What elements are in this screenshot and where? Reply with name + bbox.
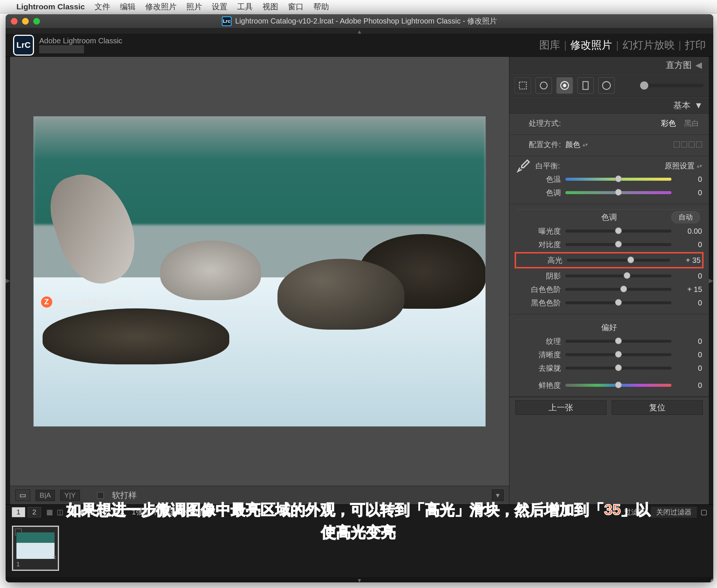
tint-value[interactable]: 0 (676, 189, 702, 197)
top-panel-collapse[interactable]: ▲ (6, 28, 713, 34)
monitor-1-button[interactable]: 1 (12, 507, 25, 517)
blacks-label: 黑色色阶 (516, 298, 561, 308)
auto-tone-button[interactable]: 自动 (671, 211, 700, 223)
menu-develop[interactable]: 修改照片 (145, 1, 177, 12)
dehaze-slider[interactable] (565, 367, 671, 370)
highlights-value[interactable]: + 35 (674, 256, 701, 265)
filter-bar: 1 2 ▦ ◫ ◀ ▶ 上一次导入 1张照片/ 选定 1张 / 1.jpg ▾ … (6, 504, 713, 519)
exposure-value[interactable]: 0.00 (676, 227, 702, 236)
clarity-value[interactable]: 0 (676, 351, 702, 359)
window-close-button[interactable] (11, 18, 18, 25)
gradient-tool-icon[interactable] (577, 77, 594, 94)
blacks-slider[interactable] (565, 301, 671, 304)
tool-size-slider[interactable] (640, 84, 704, 87)
filter-lock-icon[interactable]: ▢ (701, 508, 707, 516)
path-source[interactable]: 上一次导入 (90, 508, 126, 516)
spot-tool-icon[interactable] (536, 77, 552, 94)
window-maximize-button[interactable] (33, 18, 40, 25)
module-develop[interactable]: 修改照片 (570, 38, 612, 52)
profile-grid-icon[interactable] (674, 141, 702, 147)
thumb-index: 1 (16, 561, 20, 568)
module-library[interactable]: 图库 (539, 38, 560, 52)
window-resize-handle[interactable] (706, 575, 713, 582)
monitor-2-button[interactable]: 2 (28, 507, 41, 517)
photo-preview[interactable]: Zwww.MacZ.com (34, 116, 485, 426)
treatment-color[interactable]: 彩色 (658, 118, 679, 128)
tint-label: 色调 (516, 188, 561, 198)
right-panel-expand[interactable]: ▶ (709, 57, 713, 504)
tint-slider[interactable] (565, 191, 671, 194)
filmstrip[interactable]: ± 1 (6, 519, 713, 577)
nav-back-icon[interactable]: ◀ (69, 508, 74, 516)
toolbar-dropdown[interactable]: ▾ (492, 489, 504, 501)
wb-dropdown[interactable]: 原照设置▴▾ (665, 161, 702, 171)
menu-settings[interactable]: 设置 (212, 1, 227, 12)
canvas[interactable]: Zwww.MacZ.com (10, 57, 509, 486)
menu-view[interactable]: 视图 (263, 1, 278, 12)
temp-value[interactable]: 0 (676, 175, 702, 184)
filter-dropdown[interactable]: 关闭过滤器 (651, 507, 697, 518)
thumbnail-1[interactable]: ± 1 (13, 527, 58, 570)
svg-point-5 (603, 82, 611, 90)
profile-dropdown[interactable]: 颜色▴▾ (565, 140, 588, 150)
menu-tools[interactable]: 工具 (237, 1, 253, 12)
compare-icon[interactable]: ◫ (57, 508, 63, 516)
menu-help[interactable]: 帮助 (313, 1, 329, 12)
texture-label: 纹理 (516, 336, 561, 346)
basic-panel-header[interactable]: 基本▼ (509, 97, 709, 113)
prev-photo-button[interactable]: 上一张 (515, 400, 606, 415)
menu-photo[interactable]: 照片 (186, 1, 202, 12)
texture-slider[interactable] (565, 340, 671, 343)
menu-edit[interactable]: 编辑 (120, 1, 136, 12)
texture-value[interactable]: 0 (676, 337, 702, 346)
tone-header: 色调 (601, 212, 617, 223)
compare-yy-button[interactable]: Y|Y (60, 490, 80, 501)
contrast-slider[interactable] (565, 243, 671, 246)
radial-tool-icon[interactable] (598, 77, 615, 94)
crop-tool-icon[interactable] (515, 77, 531, 94)
svg-rect-4 (583, 82, 588, 90)
exposure-slider[interactable] (565, 230, 671, 233)
whites-slider[interactable] (565, 288, 671, 291)
whites-value[interactable]: + 15 (676, 285, 702, 294)
shadows-slider[interactable] (565, 274, 671, 277)
temp-slider[interactable] (565, 178, 671, 181)
grid-icon[interactable]: ▦ (46, 508, 53, 516)
lrc-icon: Lrc (222, 16, 232, 26)
menu-file[interactable]: 文件 (94, 1, 110, 12)
path-file: 1.jpg (194, 508, 209, 516)
dehaze-label: 去朦胧 (516, 363, 561, 373)
vibrance-slider[interactable] (565, 384, 671, 387)
wb-label: 白平衡: (536, 161, 560, 171)
module-print[interactable]: 打印 (685, 38, 706, 52)
identity-label: Adobe Lightroom Classic (39, 37, 122, 45)
path-count: 1张照片/ 选定 1张 / (132, 508, 192, 516)
contrast-value[interactable]: 0 (676, 240, 702, 249)
before-after-button[interactable]: B|A (35, 490, 55, 501)
clarity-slider[interactable] (565, 353, 671, 356)
path-dropdown-icon[interactable]: ▾ (211, 508, 215, 516)
highlights-slider[interactable] (567, 259, 670, 262)
app-name-menu[interactable]: Lightroom Classic (16, 2, 85, 11)
histogram-header[interactable]: 直方图◀ (509, 57, 709, 74)
bottom-panel-collapse[interactable]: ▼ (6, 577, 713, 582)
redeye-tool-icon[interactable] (556, 77, 573, 94)
treatment-bw[interactable]: 黑白 (681, 118, 702, 128)
blacks-value[interactable]: 0 (676, 299, 702, 307)
menu-window[interactable]: 窗口 (288, 1, 304, 12)
presence-header: 偏好 (601, 322, 617, 333)
treatment-label: 处理方式: (516, 118, 561, 128)
loupe-view-button[interactable]: ▭ (15, 489, 30, 501)
window-minimize-button[interactable] (22, 18, 29, 25)
eyedropper-icon[interactable] (516, 158, 531, 173)
left-panel-expand[interactable]: ▶ (6, 57, 10, 504)
nav-fwd-icon[interactable]: ▶ (80, 508, 85, 516)
shadows-value[interactable]: 0 (676, 272, 702, 280)
reset-button[interactable]: 复位 (612, 400, 703, 415)
svg-point-1 (540, 82, 547, 89)
lrc-logo: LrC (13, 35, 34, 56)
vibrance-value[interactable]: 0 (676, 381, 702, 390)
softproof-checkbox[interactable] (97, 492, 104, 499)
module-slideshow[interactable]: 幻灯片放映 (623, 38, 675, 52)
dehaze-value[interactable]: 0 (676, 364, 702, 373)
